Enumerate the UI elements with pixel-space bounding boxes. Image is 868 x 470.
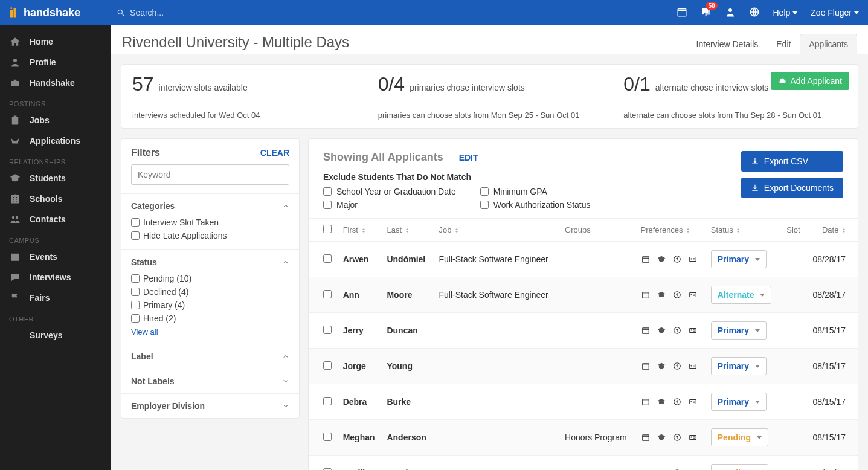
status-dropdown[interactable]: Pending: [711, 464, 768, 470]
calendar-icon[interactable]: [641, 291, 651, 299]
filter-employer-division-toggle[interactable]: Employer Division: [131, 401, 289, 411]
search-wrap[interactable]: [117, 8, 676, 18]
clear-filters-button[interactable]: CLEAR: [260, 148, 289, 158]
nav-applications[interactable]: Applications: [0, 130, 111, 151]
row-checkbox[interactable]: [323, 254, 332, 263]
status-dropdown[interactable]: Primary: [711, 321, 767, 340]
upload-icon[interactable]: [672, 398, 682, 406]
select-all-checkbox[interactable]: [323, 225, 332, 233]
status-dropdown[interactable]: Primary: [711, 393, 767, 411]
grad-cap-icon[interactable]: [657, 398, 666, 406]
filter-checkbox[interactable]: [131, 288, 140, 296]
profile-icon[interactable]: [725, 7, 736, 19]
row-checkbox[interactable]: [323, 397, 332, 405]
status-dropdown[interactable]: Primary: [711, 357, 767, 375]
nav-contacts[interactable]: Contacts: [0, 209, 111, 230]
col-First[interactable]: First: [338, 219, 382, 242]
filter-not-labels-toggle[interactable]: Not Labels: [131, 376, 289, 386]
edit-link[interactable]: EDIT: [459, 153, 478, 163]
exclude-option[interactable]: School Year or Graduation Date: [323, 187, 456, 196]
nav-handshake[interactable]: Handshake: [0, 72, 111, 93]
row-checkbox[interactable]: [323, 290, 332, 298]
status-dropdown[interactable]: Alternate: [711, 286, 772, 304]
status-dropdown[interactable]: Pending: [711, 428, 768, 446]
calendar-icon[interactable]: [641, 255, 651, 263]
col-Slot[interactable]: Slot: [780, 219, 805, 242]
filter-option[interactable]: Interview Slot Taken: [131, 216, 289, 229]
id-card-icon[interactable]: [688, 398, 698, 406]
view-all-link[interactable]: View all: [131, 327, 158, 336]
row-checkbox[interactable]: [323, 361, 332, 370]
status-dropdown[interactable]: Primary: [711, 250, 767, 268]
grad-cap-icon[interactable]: [657, 326, 666, 335]
grad-cap-icon[interactable]: [657, 255, 666, 263]
nav-schools[interactable]: Schools: [0, 188, 111, 209]
filter-option[interactable]: Pending (10): [131, 272, 289, 285]
filter-option[interactable]: Hide Late Applications: [131, 229, 289, 242]
grad-cap-icon[interactable]: [657, 433, 666, 442]
filter-option[interactable]: Hired (2): [131, 312, 289, 325]
upload-icon[interactable]: [672, 255, 682, 263]
filter-option[interactable]: Primary (4): [131, 298, 289, 312]
filter-checkbox[interactable]: [131, 231, 140, 240]
col-Groups[interactable]: Groups: [560, 219, 635, 242]
upload-icon[interactable]: [672, 326, 682, 335]
id-card-icon[interactable]: [688, 326, 698, 335]
col-Preferences[interactable]: Preferences: [636, 219, 706, 242]
exclude-checkbox[interactable]: [480, 187, 489, 196]
notifications-icon[interactable]: 50: [701, 7, 712, 19]
filter-option[interactable]: Declined (4): [131, 285, 289, 298]
col-Last[interactable]: Last: [382, 219, 434, 242]
exclude-checkbox[interactable]: [323, 201, 332, 209]
calendar-icon[interactable]: [641, 362, 651, 370]
id-card-icon[interactable]: [688, 433, 698, 442]
nav-students[interactable]: Students: [0, 168, 111, 188]
add-applicant-button[interactable]: Add Applicant: [771, 72, 849, 90]
exclude-option[interactable]: Work Authorization Status: [480, 200, 591, 210]
id-card-icon[interactable]: [688, 255, 698, 263]
upload-icon[interactable]: [672, 433, 682, 442]
nav-profile[interactable]: Profile: [0, 52, 111, 72]
exclude-option[interactable]: Major: [323, 200, 456, 210]
filter-checkbox[interactable]: [131, 218, 140, 227]
grad-cap-icon[interactable]: [657, 291, 666, 299]
id-card-icon[interactable]: [688, 362, 698, 370]
calendar-icon[interactable]: [641, 326, 651, 335]
nav-fairs[interactable]: Fairs: [0, 288, 111, 308]
exclude-checkbox[interactable]: [323, 187, 332, 196]
col-Status[interactable]: Status: [706, 219, 780, 242]
filter-categories-toggle[interactable]: Categories: [131, 201, 289, 211]
export-documents-button[interactable]: Export Documents: [741, 178, 843, 198]
tab-applicants[interactable]: Applicants: [800, 34, 857, 54]
globe-icon[interactable]: [749, 7, 760, 19]
calendar-icon[interactable]: [641, 398, 651, 406]
row-checkbox[interactable]: [323, 433, 332, 441]
upload-icon[interactable]: [672, 291, 682, 299]
filter-label-toggle[interactable]: Label: [131, 352, 289, 361]
filter-checkbox[interactable]: [131, 314, 140, 323]
upload-icon[interactable]: [672, 362, 682, 370]
nav-events[interactable]: Events: [0, 246, 111, 267]
grad-cap-icon[interactable]: [657, 362, 666, 370]
filter-checkbox[interactable]: [131, 274, 140, 283]
exclude-option[interactable]: Minimum GPA: [480, 187, 591, 196]
nav-home[interactable]: Home: [0, 31, 111, 52]
user-dropdown[interactable]: Zoe Fluger: [811, 8, 859, 18]
row-checkbox[interactable]: [323, 326, 332, 334]
calendar-icon[interactable]: [677, 7, 687, 19]
calendar-icon[interactable]: [641, 433, 651, 442]
col-Date[interactable]: Date: [805, 219, 858, 242]
tab-edit[interactable]: Edit: [767, 34, 800, 54]
help-dropdown[interactable]: Help: [773, 8, 798, 18]
nav-jobs[interactable]: Jobs: [0, 110, 111, 130]
filter-checkbox[interactable]: [131, 301, 140, 309]
tab-interview-details[interactable]: Interview Details: [687, 34, 768, 54]
logo[interactable]: handshake: [9, 7, 80, 19]
search-input[interactable]: [130, 8, 251, 18]
export-csv-button[interactable]: Export CSV: [741, 151, 843, 172]
filter-status-toggle[interactable]: Status: [131, 257, 289, 267]
keyword-input[interactable]: [131, 164, 289, 185]
nav-interviews[interactable]: Interviews: [0, 267, 111, 288]
exclude-checkbox[interactable]: [480, 201, 489, 209]
col-Job[interactable]: Job: [434, 219, 560, 242]
